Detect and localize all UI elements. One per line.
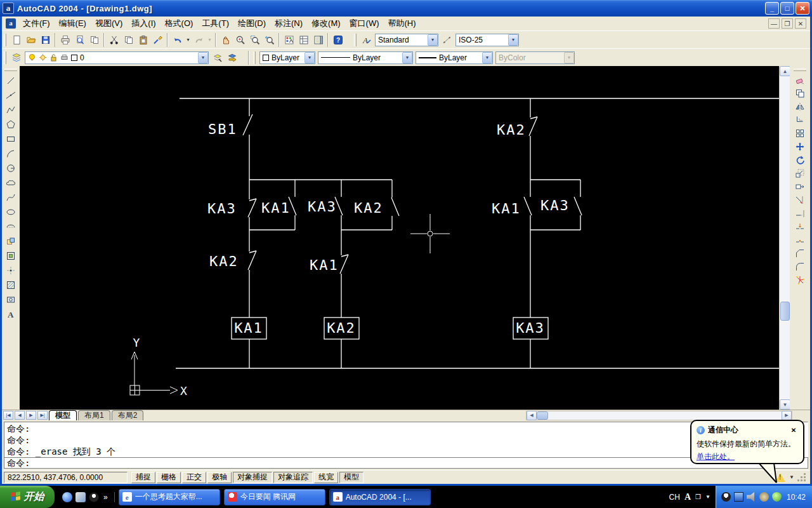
lineweight-combo[interactable]: ByLayer — [416, 51, 493, 64]
stretch-tool-button[interactable] — [793, 180, 808, 193]
tray-security-icon[interactable] — [772, 492, 782, 502]
toggle-otrack[interactable]: 对象追踪 — [273, 472, 313, 483]
start-button[interactable]: 开始 — [0, 486, 55, 508]
rectangle-tool-button[interactable] — [4, 131, 18, 146]
save-button[interactable] — [38, 32, 53, 47]
command-window[interactable]: 命令: 命令: 命令: _erase 找到 3 个 命令: — [2, 420, 810, 470]
vertical-scrollbar[interactable]: ▲ ▼ — [779, 66, 790, 410]
command-history[interactable]: 命令: 命令: 命令: _erase 找到 3 个 — [4, 422, 808, 457]
layer-previous-button[interactable] — [225, 50, 239, 65]
dim-style-button[interactable] — [440, 32, 454, 47]
menu-dimension[interactable]: 标注(N) — [270, 17, 307, 30]
toolbar-grip[interactable] — [794, 69, 806, 71]
menu-edit[interactable]: 编辑(E) — [55, 17, 91, 30]
mdi-restore-button[interactable]: ❐ — [782, 18, 793, 29]
layer-combo[interactable]: 0 — [25, 51, 209, 64]
polygon-tool-button[interactable] — [4, 117, 18, 131]
tab-layout2[interactable]: 布局2 — [112, 410, 144, 420]
toggle-snap[interactable]: 捕捉 — [131, 472, 155, 483]
resize-grip[interactable] — [798, 474, 806, 481]
coordinate-readout[interactable]: 822.2510, 437.4706, 0.0000 — [4, 472, 128, 483]
break-tool-button[interactable] — [793, 233, 808, 246]
mdi-close-button[interactable]: ✕ — [795, 18, 806, 29]
design-center-button[interactable] — [296, 32, 311, 47]
menu-view[interactable]: 视图(V) — [91, 17, 127, 30]
language-indicator[interactable]: CH — [669, 493, 680, 502]
tab-layout1[interactable]: 布局1 — [78, 410, 110, 420]
language-dropdown-icon[interactable]: ▼ — [705, 494, 710, 500]
tool-palettes-button[interactable] — [311, 32, 325, 47]
scroll-left-icon[interactable]: ◀ — [527, 411, 537, 420]
make-object-layer-current-button[interactable] — [210, 50, 225, 65]
toolbar-grip[interactable] — [354, 34, 357, 46]
mdi-minimize-button[interactable]: — — [768, 18, 780, 29]
maximize-button[interactable]: □ — [780, 2, 794, 15]
mirror-tool-button[interactable] — [793, 100, 808, 113]
menu-help[interactable]: 帮助(H) — [384, 17, 421, 30]
horizontal-scrollbar[interactable]: ◀ ▶ — [526, 411, 792, 420]
move-tool-button[interactable] — [793, 140, 808, 153]
offset-tool-button[interactable] — [793, 113, 808, 126]
menu-insert[interactable]: 插入(I) — [127, 17, 160, 30]
properties-button[interactable] — [282, 32, 296, 47]
line-tool-button[interactable] — [4, 73, 18, 88]
balloon-close-icon[interactable]: ✕ — [789, 426, 798, 434]
toggle-model[interactable]: 模型 — [339, 472, 363, 483]
match-properties-button[interactable] — [150, 32, 165, 47]
arc-tool-button[interactable] — [4, 146, 18, 161]
menu-format[interactable]: 格式(O) — [160, 17, 198, 30]
tab-prev-icon[interactable]: ◀ — [15, 411, 25, 420]
zoom-previous-button[interactable] — [262, 32, 277, 47]
menu-file[interactable]: 文件(F) — [18, 17, 55, 30]
publish-button[interactable] — [87, 32, 102, 47]
layer-manager-button[interactable] — [9, 50, 23, 65]
quick-launch-overflow[interactable]: » — [102, 493, 109, 502]
pan-realtime-button[interactable] — [218, 32, 233, 47]
menu-modify[interactable]: 修改(M) — [307, 17, 345, 30]
menu-draw[interactable]: 绘图(D) — [233, 17, 270, 30]
trim-tool-button[interactable] — [793, 193, 808, 206]
explode-tool-button[interactable] — [793, 273, 808, 286]
tab-next-icon[interactable]: ▶ — [26, 411, 36, 420]
redo-dropdown-button[interactable] — [206, 32, 213, 47]
plot-preview-button[interactable] — [72, 32, 87, 47]
open-button[interactable] — [23, 32, 38, 47]
spline-tool-button[interactable] — [4, 190, 18, 204]
fillet-tool-button[interactable] — [793, 260, 808, 273]
erase-tool-button[interactable] — [793, 73, 808, 86]
status-tray-dropdown-icon[interactable]: ▼ — [789, 474, 794, 480]
undo-button[interactable] — [170, 32, 185, 47]
minimize-button[interactable]: _ — [765, 2, 779, 15]
plot-button[interactable] — [58, 32, 72, 47]
toolbar-grip[interactable] — [4, 34, 6, 46]
revision-cloud-tool-button[interactable] — [4, 175, 18, 190]
quick-launch-browser-icon[interactable] — [75, 492, 86, 502]
vertical-scroll-thumb[interactable] — [780, 302, 790, 321]
help-button[interactable]: ? — [331, 32, 345, 47]
copy-button[interactable] — [121, 32, 136, 47]
toolbar-grip[interactable] — [4, 69, 17, 71]
insert-block-tool-button[interactable] — [4, 234, 18, 248]
hatch-tool-button[interactable] — [4, 277, 18, 292]
paste-button[interactable] — [136, 32, 150, 47]
rotate-tool-button[interactable] — [793, 153, 808, 166]
menu-window[interactable]: 窗口(W) — [345, 17, 384, 30]
tab-first-icon[interactable]: |◀ — [3, 411, 13, 420]
extend-tool-button[interactable] — [793, 206, 808, 220]
taskbar-task-tencent[interactable]: 今日要闻 腾讯网 — [224, 489, 325, 505]
region-tool-button[interactable] — [4, 292, 18, 307]
color-combo[interactable]: ByLayer — [259, 51, 315, 64]
taskbar-task-autocad[interactable]: a AutoCAD 2004 - [... — [329, 489, 431, 505]
combo-dropdown-icon[interactable] — [402, 52, 412, 64]
toggle-grid[interactable]: 栅格 — [157, 472, 181, 483]
combo-dropdown-icon[interactable] — [482, 52, 492, 64]
drawing-canvas[interactable]: SB1 KA3 KA1 KA3 KA2 KA2 KA1 KA2 KA1 KA3 … — [20, 66, 779, 410]
copy-object-tool-button[interactable] — [793, 86, 808, 100]
tray-qq-icon[interactable] — [721, 492, 731, 502]
text-style-button[interactable]: A — [359, 32, 374, 47]
point-tool-button[interactable] — [4, 263, 18, 277]
toggle-ortho[interactable]: 正交 — [182, 472, 206, 483]
array-tool-button[interactable] — [793, 126, 808, 140]
text-style-combo[interactable]: Standard — [375, 34, 438, 46]
make-block-tool-button[interactable] — [4, 248, 18, 263]
